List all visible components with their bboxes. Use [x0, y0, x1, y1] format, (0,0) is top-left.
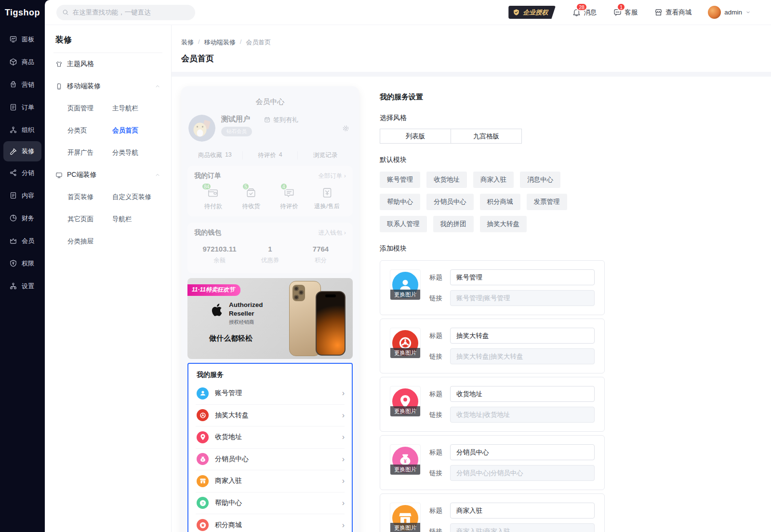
submenu-child-item[interactable]: 分类抽屉	[67, 230, 112, 253]
module-chip[interactable]: 积分商城	[480, 194, 520, 210]
module-chip[interactable]: 分销员中心	[426, 194, 474, 210]
module-chip[interactable]: 消息中心	[520, 172, 560, 188]
module-chip[interactable]: 收货地址	[426, 172, 467, 188]
sidebar-nav-item[interactable]: 营销	[0, 73, 45, 96]
preview-stat-item[interactable]: 商品收藏 13	[187, 151, 242, 160]
service-row[interactable]: 积分商城 ›	[196, 514, 345, 532]
service-row[interactable]: 抽奖大转盘 ›	[196, 405, 345, 427]
promo-banner[interactable]: 11·11特卖狂欢节 Authorized Reseller 授权经销商 做什么…	[187, 278, 353, 359]
service-icon	[197, 475, 209, 487]
submenu-section-pc[interactable]: PC端装修	[55, 164, 160, 186]
service-label: 帮助中心	[215, 499, 242, 507]
view-store-button[interactable]: 查看商城	[654, 8, 691, 17]
enterprise-license-badge[interactable]: 企业授权	[508, 6, 556, 19]
order-status-item[interactable]: 退换/售后	[308, 186, 346, 211]
module-link-input[interactable]	[450, 348, 595, 364]
change-image-label[interactable]: 更换图片	[390, 406, 420, 416]
wallet-item[interactable]: 1 优惠券	[245, 245, 295, 265]
submenu-item-theme-style[interactable]: 主题风格	[55, 53, 160, 75]
module-chip[interactable]: 联系人管理	[380, 216, 427, 232]
change-image-label[interactable]: 更换图片	[390, 348, 420, 358]
module-chip[interactable]: 我的拼团	[433, 216, 474, 232]
sidebar-nav-item[interactable]: 权限	[0, 252, 45, 275]
module-chip[interactable]: 商家入驻	[473, 172, 514, 188]
module-chip[interactable]: 抽奖大转盘	[480, 216, 527, 232]
pc-section-label: PC端装修	[67, 171, 96, 179]
module-image-button[interactable]: 更换图片	[390, 444, 421, 475]
module-title-input[interactable]	[450, 444, 595, 460]
submenu-child-item[interactable]: 分类导航	[112, 142, 160, 164]
submenu-child-item[interactable]: 开屏广告	[67, 142, 112, 164]
preview-stat-item[interactable]: 待评价 4	[242, 151, 298, 160]
order-status-item[interactable]: 5 待收货	[232, 186, 270, 211]
module-chip[interactable]: 帮助中心	[380, 194, 420, 210]
global-search[interactable]	[56, 5, 195, 20]
breadcrumb-item[interactable]: 装修	[181, 38, 194, 47]
sidebar-nav-item[interactable]: 财务	[0, 207, 45, 229]
sidebar-nav-item[interactable]: 装修	[3, 141, 41, 161]
submenu-child-item[interactable]: 主导航栏	[112, 97, 160, 120]
change-image-label[interactable]: 更换图片	[390, 465, 420, 475]
change-image-label[interactable]: 更换图片	[390, 290, 420, 300]
module-image-button[interactable]: 更换图片	[390, 503, 421, 532]
breadcrumb-item[interactable]: 移动端装修	[204, 38, 236, 47]
sidebar-nav-item[interactable]: 面板	[0, 28, 45, 51]
module-link-input[interactable]	[450, 290, 595, 306]
module-image-button[interactable]: 更换图片	[390, 269, 421, 300]
service-row[interactable]: 帮助中心 ›	[196, 492, 345, 515]
service-row[interactable]: 商家入驻 ›	[196, 470, 345, 492]
submenu-child-item[interactable]: 导航栏	[112, 208, 160, 230]
order-status-item[interactable]: 84 待付款	[194, 186, 232, 211]
service-row[interactable]: 分销员中心 ›	[196, 449, 345, 471]
submenu-child-item[interactable]: 页面管理	[67, 97, 112, 120]
sidebar-nav-item[interactable]: 分销	[0, 161, 45, 184]
module-title-input[interactable]	[450, 269, 595, 285]
sidebar-nav-item[interactable]: 组织	[0, 119, 45, 141]
module-chip[interactable]: 发票管理	[527, 194, 567, 210]
all-orders-link[interactable]: 全部订单 ›	[318, 172, 346, 180]
service-row[interactable]: 收货地址 ›	[196, 426, 345, 449]
module-title-input[interactable]	[450, 386, 595, 402]
module-title-input[interactable]	[450, 328, 595, 344]
style-option-button[interactable]: 列表版	[380, 129, 451, 144]
submenu-child-item[interactable]: 首页装修	[67, 186, 112, 208]
submenu-child-item[interactable]: 分类页	[67, 120, 112, 142]
submenu-section-mobile[interactable]: 移动端装修	[55, 75, 160, 97]
preview-avatar[interactable]	[188, 115, 215, 142]
module-image-button[interactable]: 更换图片	[390, 328, 421, 359]
sidebar-nav-item[interactable]: 内容	[0, 184, 45, 207]
services-section-selected[interactable]: 我的服务 账号管理 ›	[187, 363, 353, 532]
module-link-input[interactable]	[450, 407, 595, 423]
sidebar-nav-item[interactable]: 会员	[0, 229, 45, 252]
sidebar-nav-item[interactable]: 设置	[0, 275, 45, 297]
enter-wallet-link[interactable]: 进入钱包 ›	[318, 229, 346, 237]
chevron-up-icon[interactable]	[155, 83, 160, 89]
storefront-icon	[654, 8, 663, 17]
module-link-input[interactable]	[450, 523, 595, 532]
sidebar-nav-item[interactable]: 商品	[0, 51, 45, 73]
chevron-up-icon[interactable]	[155, 172, 160, 178]
wallet-item[interactable]: 7764 积分	[295, 245, 346, 265]
service-row[interactable]: 账号管理 ›	[196, 383, 345, 405]
messages-button[interactable]: 28 消息	[572, 8, 597, 17]
submenu-child-item[interactable]: 其它页面	[67, 208, 112, 230]
submenu-child-item[interactable]: 自定义页装修	[112, 186, 160, 208]
change-image-label[interactable]: 更换图片	[390, 523, 420, 532]
signin-gift-link[interactable]: 签到有礼	[264, 116, 298, 142]
wallet-item[interactable]: 972103.11 余额	[194, 245, 245, 265]
module-image-button[interactable]: 更换图片	[390, 386, 421, 417]
submenu-child-item[interactable]: 会员首页	[112, 120, 160, 142]
module-title-input[interactable]	[450, 503, 595, 519]
wallet-value: 972103.11	[194, 245, 245, 253]
style-option-button[interactable]: 九宫格版	[451, 129, 522, 144]
preview-settings-button[interactable]	[342, 124, 350, 134]
module-chip[interactable]: 账号管理	[380, 172, 420, 188]
preview-stat-item[interactable]: 浏览记录	[297, 151, 353, 160]
support-button[interactable]: 1 客服	[613, 8, 638, 17]
search-input[interactable]	[73, 9, 189, 16]
nav-label: 组织	[22, 126, 34, 134]
order-status-item[interactable]: 4 待评价	[270, 186, 308, 211]
sidebar-nav-item[interactable]: 订单	[0, 96, 45, 119]
user-menu[interactable]: admin	[708, 6, 751, 19]
module-link-input[interactable]	[450, 465, 595, 481]
